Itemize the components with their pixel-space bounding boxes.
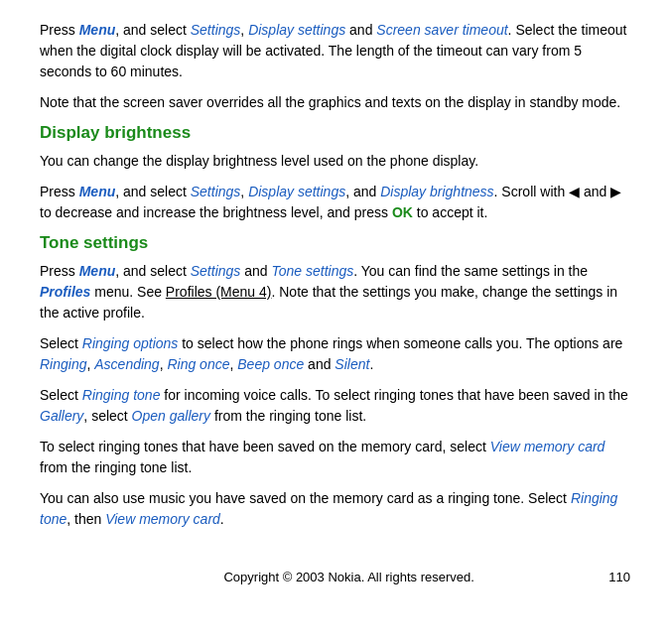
arrow-right: ▶	[610, 184, 621, 199]
page-content: Press Menu, and select Settings, Display…	[40, 20, 630, 584]
menu-link-3: Menu	[79, 263, 116, 279]
display-settings-link-2: Display settings	[248, 184, 345, 199]
ringing-options-link: Ringing options	[82, 335, 179, 351]
open-gallery-link: Open gallery	[132, 408, 210, 424]
tone-settings-para1: Press Menu, and select Settings and Tone…	[40, 261, 630, 323]
beep-once-link: Beep once	[237, 356, 304, 372]
tone-settings-para2: Select Ringing options to select how the…	[40, 333, 630, 375]
display-brightness-para1: You can change the display brightness le…	[40, 151, 630, 172]
tone-settings-para3: Select Ringing tone for incoming voice c…	[40, 385, 630, 427]
settings-link-3: Settings	[191, 263, 241, 279]
ringing-link: Ringing	[40, 356, 86, 372]
display-brightness-link: Display brightness	[380, 184, 493, 199]
arrow-left: ◀	[569, 184, 580, 199]
settings-link-2: Settings	[191, 184, 241, 199]
gallery-link: Gallery	[40, 408, 83, 424]
profiles-link: Profiles	[40, 284, 90, 300]
silent-link: Silent	[335, 356, 369, 372]
screen-saver-link: Screen saver timeout	[376, 22, 507, 38]
intro-paragraph: Press Menu, and select Settings, Display…	[40, 20, 630, 82]
tone-settings-link: Tone settings	[271, 263, 353, 279]
menu-link-2: Menu	[79, 184, 116, 199]
tone-settings-heading: Tone settings	[40, 233, 630, 253]
copyright-text: Copyright © 2003 Nokia. All rights reser…	[89, 570, 608, 584]
ringing-tone-link: Ringing tone	[82, 387, 161, 403]
tone-settings-para5: You can also use music you have saved on…	[40, 488, 630, 530]
ascending-link: Ascending	[94, 356, 159, 372]
tone-settings-para4: To select ringing tones that have been s…	[40, 437, 630, 478]
ok-label: OK	[392, 204, 413, 220]
standby-paragraph: Note that the screen saver overrides all…	[40, 92, 630, 113]
display-brightness-heading: Display brightness	[40, 123, 630, 143]
display-brightness-para2: Press Menu, and select Settings, Display…	[40, 182, 630, 223]
footer: Copyright © 2003 Nokia. All rights reser…	[40, 570, 630, 584]
display-settings-link-1: Display settings	[248, 22, 345, 38]
settings-link-1: Settings	[191, 22, 241, 38]
menu-link-1: Menu	[79, 22, 116, 38]
view-memory-card-link-2: View memory card	[105, 511, 220, 527]
ring-once-link: Ring once	[167, 356, 229, 372]
profiles-menu-link: Profiles (Menu 4)	[166, 284, 272, 300]
page-number: 110	[608, 570, 630, 584]
view-memory-card-link-1: View memory card	[490, 439, 605, 454]
